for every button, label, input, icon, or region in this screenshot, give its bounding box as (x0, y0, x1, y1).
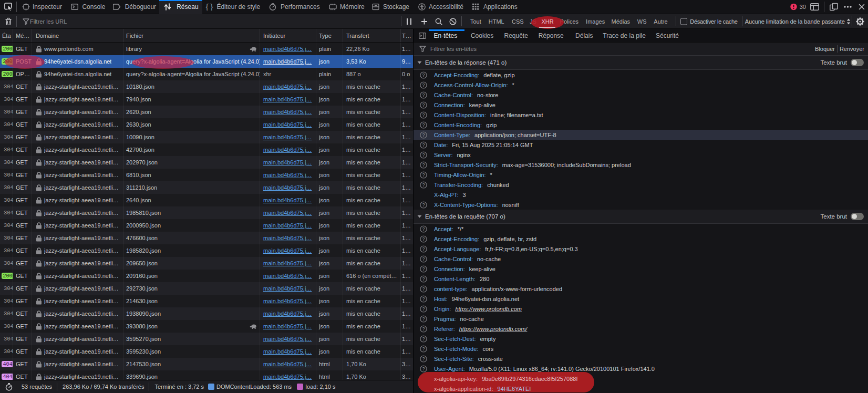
svg-text:?: ? (422, 256, 425, 262)
svg-text:?: ? (422, 82, 425, 88)
svg-text:?: ? (422, 73, 425, 78)
svg-text:?: ? (422, 102, 425, 108)
svg-text:?: ? (422, 182, 425, 188)
svg-text:?: ? (422, 276, 425, 282)
svg-text:?: ? (422, 92, 425, 98)
svg-text:?: ? (422, 152, 425, 158)
svg-text:?: ? (422, 346, 425, 351)
svg-text:?: ? (422, 112, 425, 118)
svg-text:?: ? (422, 316, 425, 322)
svg-text:?: ? (422, 306, 425, 312)
svg-text:?: ? (422, 326, 425, 332)
svg-text:?: ? (422, 202, 425, 208)
svg-text:?: ? (422, 162, 425, 168)
svg-text:?: ? (422, 356, 425, 361)
svg-text:?: ? (422, 142, 425, 148)
svg-text:?: ? (422, 286, 425, 292)
svg-text:?: ? (422, 236, 425, 242)
svg-text:?: ? (422, 366, 425, 371)
svg-text:?: ? (422, 246, 425, 252)
svg-text:?: ? (422, 296, 425, 302)
svg-text:?: ? (422, 132, 425, 138)
svg-text:?: ? (422, 336, 425, 342)
svg-text:?: ? (422, 266, 425, 272)
svg-text:{}: {} (205, 3, 214, 11)
svg-text:?: ? (422, 226, 425, 232)
svg-text:?: ? (422, 122, 425, 128)
svg-text:?: ? (422, 172, 425, 178)
